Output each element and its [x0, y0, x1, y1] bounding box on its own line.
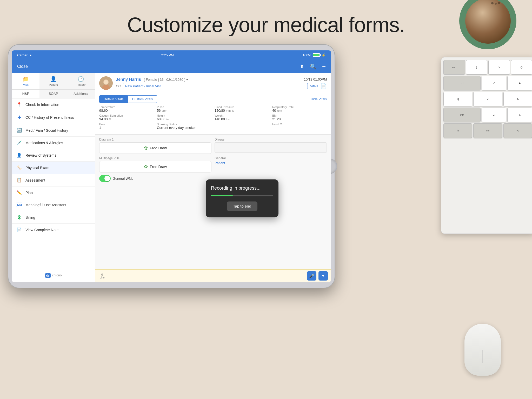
vital-pain: Pain 1 [99, 123, 154, 130]
diagram2-placeholder [215, 142, 327, 153]
nav-item-meaningful[interactable]: MU Meaningful Use Assistant [12, 199, 95, 211]
tab-history[interactable]: 🕐 History [67, 73, 95, 89]
charging-icon: ⚡ [322, 53, 326, 57]
general-section: General Patient [215, 156, 327, 172]
section-tab-additional[interactable]: Additional [67, 90, 95, 98]
nav-bar: Close ⬆ 🔍 + [12, 60, 331, 73]
patient-demographics: ( Female | 36 | 02/11/1980 ) ▾ [144, 78, 188, 82]
diagram2-label: Diagram [215, 138, 327, 141]
battery-percent: 100% [303, 53, 311, 57]
section-tab-soap[interactable]: SOAP [39, 90, 67, 98]
nav-item-physical[interactable]: 🦴 Physical Exam [12, 162, 95, 174]
vitals-tab-default[interactable]: Default Vitals [99, 95, 128, 103]
multipage-row: Multipage PDF ✿ Free Draw General Patien… [99, 156, 327, 172]
hide-vitals-button[interactable]: Hide Vitals [311, 97, 327, 101]
review-icon: 👤 [16, 153, 22, 158]
section-tab-hp[interactable]: H&P [12, 90, 39, 98]
diagram1-btn-label: Free Draw [150, 146, 167, 150]
multipage-free-draw-button[interactable]: ✿ Free Draw [99, 161, 211, 172]
medications-icon: 💉 [16, 140, 22, 145]
status-bar-time: 2:25 PM [161, 53, 174, 57]
nav-item-medications[interactable]: 💉 Medications & Allergies [12, 137, 95, 149]
dr-logo-mark: dr [45, 273, 51, 278]
recording-title: Recording in progress... [211, 185, 273, 191]
share-icon[interactable]: ⬆ [300, 63, 304, 70]
multipage-label: Multipage PDF [99, 156, 211, 160]
tab-visit[interactable]: 📁 Visit [12, 73, 39, 89]
vital-pulse: Pulse 56 bpm [157, 105, 211, 112]
status-bar: Carrier ▲ 2:25 PM 100% ⚡ [12, 50, 331, 60]
sidebar-top-tabs: 📁 Visit 👤 Patient 🕐 History [12, 73, 95, 90]
diagram2-section: Diagram [215, 138, 327, 154]
sidebar-footer: dr chrono [12, 268, 95, 282]
nav-item-checkin[interactable]: 📍 Check-In Information [12, 98, 95, 111]
nav-item-medications-label: Medications & Allergies [25, 141, 63, 145]
patient-avatar [99, 76, 113, 90]
svg-point-3 [104, 80, 108, 84]
nav-item-billing-label: Billing [25, 215, 35, 220]
microphone-button[interactable]: 🎤 [307, 271, 316, 281]
page-headline: Customize your medical forms. [0, 13, 532, 37]
wnl-label: General WNL [113, 177, 133, 181]
visit-icon: 📁 [23, 76, 29, 82]
patient-name: Jenny Harris [116, 77, 141, 82]
nav-item-review-label: Review of Systems [25, 153, 56, 157]
nav-item-review[interactable]: 👤 Review of Systems [12, 149, 95, 162]
nav-item-view-note-label: View Complete Note [25, 228, 58, 232]
nav-item-plan[interactable]: ✏️ Plan [12, 187, 95, 199]
meaningful-icon: MU [16, 203, 22, 207]
view-note-icon: 📄 [16, 227, 22, 232]
brand-name: chrono [52, 274, 62, 277]
diagram1-free-draw-button[interactable]: ✿ Free Draw [99, 142, 211, 154]
vital-head-cir: Head Cir [272, 123, 327, 130]
nav-item-med-fam-label: Med / Fam / Social History [25, 128, 68, 132]
keyboard-decoration: esc § > Q →| Z A Q Z A shift Z X fn ctrl… [441, 57, 532, 234]
recording-progress-bar [211, 195, 273, 196]
patient-date: 10/13 01:00PM [304, 77, 327, 81]
vital-oxygen: Oxygen Saturation 94.00 % [99, 114, 154, 121]
sidebar: 📁 Visit 👤 Patient 🕐 History H&P SO [12, 73, 95, 282]
patient-cc-row: CC Vitals 📄 [116, 83, 327, 89]
tab-history-label: History [77, 83, 85, 86]
svg-point-2 [102, 85, 110, 90]
nav-item-billing[interactable]: 💲 Billing [12, 211, 95, 224]
med-fam-icon: 🔄 [16, 128, 22, 133]
vital-smoking: Smoking Status Current every day smoker [157, 123, 269, 130]
vital-respiratory: Respiratory Rate 40 rpm [272, 105, 327, 112]
nav-item-physical-label: Physical Exam [25, 166, 49, 170]
line-number: 0 [101, 273, 103, 276]
checkin-icon: 📍 [16, 102, 22, 107]
close-button[interactable]: Close [17, 64, 28, 69]
nav-item-view-note[interactable]: 📄 View Complete Note [12, 224, 95, 236]
tab-visit-label: Visit [23, 83, 29, 86]
vitals-tab-custom[interactable]: Custom Vitals [128, 95, 157, 103]
cc-label: CC [116, 84, 121, 88]
multipage-icon: ✿ [144, 164, 148, 170]
wifi-icon: ▲ [29, 53, 32, 57]
diagram1-section: Diagram 1 ✿ Free Draw [99, 138, 211, 154]
notes-icon[interactable]: 📄 [320, 83, 327, 89]
cc-input[interactable] [123, 83, 308, 89]
wnl-toggle[interactable] [99, 175, 111, 182]
add-icon[interactable]: + [322, 63, 326, 70]
dr-logo: dr [45, 272, 51, 278]
tab-patient[interactable]: 👤 Patient [39, 73, 67, 89]
search-icon[interactable]: 🔍 [310, 63, 316, 70]
vitals-button[interactable]: Vitals [310, 84, 318, 88]
patient-link[interactable]: Patient [215, 161, 327, 165]
nav-item-med-fam[interactable]: 🔄 Med / Fam / Social History [12, 124, 95, 137]
dictation-bar: 0 Line 🎤 ▼ [95, 269, 331, 282]
dictation-text-area[interactable] [108, 272, 305, 280]
patient-name-row: Jenny Harris ( Female | 36 | 02/11/1980 … [116, 77, 327, 82]
nav-actions: ⬆ 🔍 + [300, 63, 326, 70]
dropdown-button[interactable]: ▼ [318, 271, 328, 281]
vitals-tab-group: Default Vitals Custom Vitals [99, 95, 157, 103]
nav-item-assessment[interactable]: 📋 Assessment [12, 174, 95, 187]
multipage-btn-label: Free Draw [150, 165, 167, 169]
vitals-tabs: Default Vitals Custom Vitals Hide Vitals [99, 95, 327, 103]
vital-height: Height 68.00 in [157, 114, 211, 121]
ipad-screen: Carrier ▲ 2:25 PM 100% ⚡ Close ⬆ 🔍 + [12, 50, 331, 282]
nav-item-cc-history[interactable]: ✚ CC / History of Present Illness [12, 111, 95, 124]
tap-to-end-button[interactable]: Tap to end [227, 201, 257, 211]
coffee-cup-decoration [459, 0, 522, 55]
